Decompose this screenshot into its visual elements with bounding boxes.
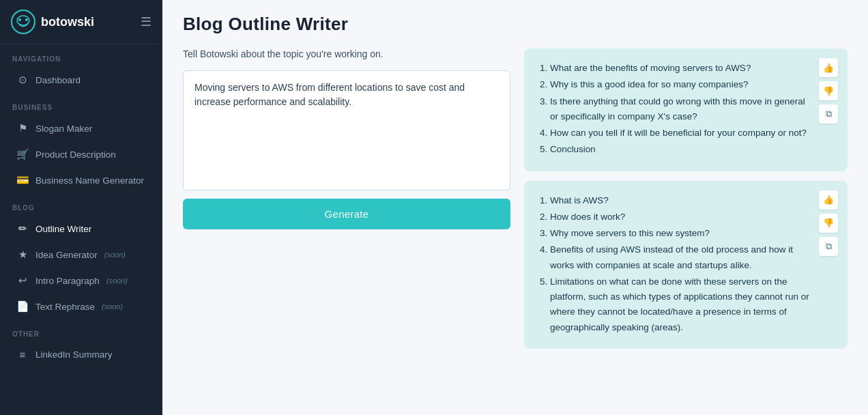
- dashboard-icon: ⊙: [16, 74, 29, 86]
- svg-point-3: [25, 18, 28, 21]
- sidebar: botowski ☰ NAVIGATION ⊙ Dashboard BUSINE…: [0, 0, 162, 415]
- thumbs-up-button-2[interactable]: 👍: [819, 190, 838, 210]
- sidebar-item-linkedin-summary[interactable]: ≡ LinkedIn Summary: [4, 343, 158, 367]
- text-label: Text Rephrase: [35, 302, 95, 312]
- idea-icon: ★: [16, 248, 29, 261]
- product-icon: 🛒: [16, 148, 29, 160]
- intro-soon-badge: (soon): [106, 276, 128, 285]
- result-list-1: What are the benefits of moving servers …: [536, 61, 813, 158]
- page-header: Blog Outline Writer: [162, 0, 868, 42]
- sidebar-item-text-rephrase[interactable]: 📄 Text Rephrase (soon): [4, 294, 158, 319]
- list-item: What are the benefits of moving servers …: [550, 61, 813, 76]
- copy-button-2[interactable]: ⧉: [819, 237, 838, 256]
- generate-button[interactable]: Generate: [183, 199, 510, 229]
- card-actions-1: 👍 👎 ⧉: [819, 58, 838, 124]
- slogan-icon: ⚑: [16, 122, 29, 134]
- right-panel: What are the benefits of moving servers …: [524, 48, 848, 401]
- dashboard-label: Dashboard: [35, 75, 81, 85]
- hamburger-icon[interactable]: ☰: [141, 14, 151, 29]
- other-section-label: OTHER: [0, 319, 162, 342]
- prompt-hint: Tell Botowski about the topic you're wor…: [183, 48, 510, 59]
- logo-icon: [11, 10, 35, 34]
- page-body: Tell Botowski about the topic you're wor…: [162, 42, 868, 415]
- topic-textarea[interactable]: [184, 71, 510, 187]
- business-icon: 💳: [16, 174, 29, 186]
- sidebar-item-slogan-maker[interactable]: ⚑ Slogan Maker: [4, 116, 158, 141]
- product-label: Product Description: [35, 149, 116, 160]
- svg-point-0: [12, 10, 35, 33]
- list-item: What is AWS?: [550, 193, 813, 208]
- sidebar-item-dashboard[interactable]: ⊙ Dashboard: [4, 68, 158, 92]
- logo-area: botowski: [11, 10, 94, 34]
- list-item: Benefits of using AWS instead of the old…: [550, 242, 813, 273]
- idea-label: Idea Generator: [35, 250, 98, 260]
- thumbs-up-button-1[interactable]: 👍: [819, 58, 838, 77]
- list-item: How can you tell if it will be beneficia…: [550, 126, 813, 141]
- sidebar-item-product-description[interactable]: 🛒 Product Description: [4, 142, 158, 167]
- list-item: How does it work?: [550, 210, 813, 225]
- textarea-wrapper: [183, 70, 510, 190]
- intro-label: Intro Paragraph: [35, 276, 100, 286]
- outline-icon: ✏: [16, 223, 29, 235]
- sidebar-item-idea-generator[interactable]: ★ Idea Generator (soon): [4, 242, 158, 267]
- list-item: Why is this a good idea for so many comp…: [550, 77, 813, 92]
- linkedin-icon: ≡: [16, 349, 29, 360]
- outline-label: Outline Writer: [35, 224, 91, 234]
- thumbs-down-button-2[interactable]: 👎: [819, 214, 838, 233]
- list-item: Conclusion: [550, 142, 813, 157]
- result-card-1: What are the benefits of moving servers …: [524, 48, 848, 171]
- intro-icon: ↩: [16, 274, 29, 287]
- business-label: Business Name Generator: [35, 175, 144, 186]
- page-title: Blog Outline Writer: [183, 14, 848, 35]
- sidebar-item-intro-paragraph[interactable]: ↩ Intro Paragraph (soon): [4, 268, 158, 293]
- left-panel: Tell Botowski about the topic you're wor…: [183, 48, 510, 401]
- copy-button-1[interactable]: ⧉: [819, 104, 838, 124]
- text-soon-badge: (soon): [102, 302, 123, 311]
- sidebar-header: botowski ☰: [0, 0, 162, 44]
- sidebar-item-outline-writer[interactable]: ✏ Outline Writer: [4, 216, 158, 241]
- list-item: Why move servers to this new system?: [550, 226, 813, 241]
- nav-section-label: NAVIGATION: [0, 44, 162, 67]
- result-list-2: What is AWS? How does it work? Why move …: [536, 193, 813, 335]
- linkedin-label: LinkedIn Summary: [35, 349, 113, 360]
- card-actions-2: 👍 👎 ⧉: [819, 190, 838, 256]
- result-card-2: What is AWS? How does it work? Why move …: [524, 181, 848, 349]
- svg-point-2: [18, 18, 21, 21]
- text-icon: 📄: [16, 300, 29, 313]
- blog-section-label: BLOG: [0, 193, 162, 216]
- list-item: Limitations on what can be done with the…: [550, 274, 813, 335]
- logo-text: botowski: [41, 15, 94, 29]
- slogan-label: Slogan Maker: [35, 124, 92, 134]
- sidebar-item-business-name-generator[interactable]: 💳 Business Name Generator: [4, 168, 158, 192]
- list-item: Is there anything that could go wrong wi…: [550, 94, 813, 125]
- idea-soon-badge: (soon): [104, 251, 126, 259]
- main-content: Blog Outline Writer Tell Botowski about …: [162, 0, 868, 415]
- business-section-label: BUSINESS: [0, 93, 162, 115]
- thumbs-down-button-1[interactable]: 👎: [819, 81, 838, 100]
